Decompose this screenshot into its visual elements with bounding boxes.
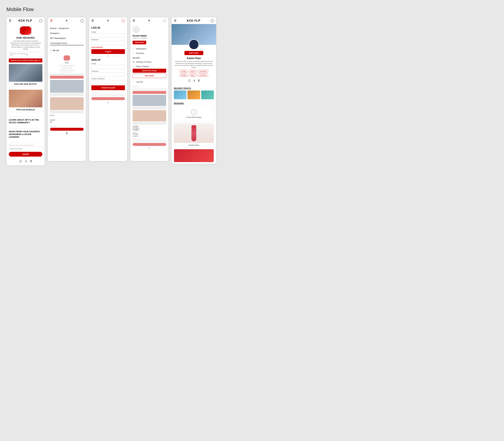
menu-user-icon[interactable]: ◯: [80, 19, 84, 22]
newsletter-label: SIGN UP FOR OUR NEWSLETTER: [9, 145, 42, 146]
menu-divider: [50, 47, 84, 47]
profile-page-user-icon[interactable]: ◯: [211, 19, 214, 22]
profile-caption: Caption or Headline: [133, 37, 166, 39]
settings-item[interactable]: ⚙ Settings & Privacy: [133, 60, 166, 64]
tag-surrealism-1[interactable]: Surrealism: [198, 70, 208, 73]
create-account-button[interactable]: Create Account: [91, 85, 125, 90]
phone-main: ☰ KCK FLP ◯ SUB HEADING Lorem ipsum dolo…: [6, 17, 45, 166]
forgot-password-link[interactable]: Forgot password?: [91, 46, 125, 48]
post-thumb-2[interactable]: [187, 91, 200, 99]
twitter-icon[interactable]: 𝕏: [25, 160, 27, 163]
profile-page-hamburger-icon[interactable]: ☰: [174, 19, 177, 22]
logout-icon: ←: [133, 80, 135, 83]
tag-surrealism-2[interactable]: Surrealism: [198, 74, 208, 77]
signup-email-input[interactable]: [91, 65, 125, 69]
login-title: LOG IN: [91, 26, 125, 29]
login-user-icon[interactable]: ◯: [122, 19, 125, 22]
login-hamburger-icon[interactable]: ☰: [91, 19, 94, 22]
logout-item[interactable]: ← Log Out: [133, 79, 166, 84]
menu-item-nft[interactable]: NFT Marketplace: [50, 36, 84, 41]
upload-design-button[interactable]: Upload New Design: [133, 69, 166, 73]
search-icon: 🔍: [26, 53, 41, 56]
notifications-item[interactable]: ♡ Notifications: [133, 47, 166, 51]
favorites-item[interactable]: ♡ Favorites: [133, 51, 166, 56]
search-placeholder: What are you looking for?: [10, 53, 26, 56]
flows-container: ☰ KCK FLP ◯ SUB HEADING Lorem ipsum dolo…: [6, 17, 498, 166]
menu-hamburger-icon[interactable]: ☰: [50, 19, 53, 22]
signup-password-input[interactable]: [91, 73, 125, 77]
hot-sales-button[interactable]: Checkout this month's hottest sales! ★: [9, 59, 42, 63]
profile-screen-name: Screen Name: [133, 34, 166, 37]
favorites-label: Favorites: [136, 52, 144, 54]
behance-icon[interactable]: B: [30, 160, 32, 163]
phone3-instagram-icon[interactable]: ⓘ: [107, 101, 109, 104]
tag-vintage-2[interactable]: Vintage: [179, 74, 188, 77]
design-card-2-footer: Design Name: [174, 143, 214, 147]
menu-close-icon[interactable]: ✕: [65, 19, 68, 22]
account-section: Account ⚙ Settings & Privacy ♡ Help & Su…: [133, 57, 166, 69]
tag-ukiyo-1[interactable]: ukiyo-e: [189, 70, 197, 73]
tags-row-1: Vintage ukiyo-e Surrealism: [179, 70, 208, 73]
menu-item-designers[interactable]: Designers: [50, 31, 84, 36]
signup-password-label: Password: [91, 70, 125, 72]
tag-ukiyo-2[interactable]: ukiyo-e: [189, 74, 197, 77]
confirm-password-label: Confirm Password: [91, 78, 125, 79]
phone2-behance-icon[interactable]: B: [66, 132, 68, 135]
create-btn-label: Create Account: [101, 87, 115, 89]
profile-twitter-icon[interactable]: 𝕏: [193, 79, 195, 83]
star-icon: ★: [39, 60, 41, 61]
help-item[interactable]: ♡ Help & Support: [133, 64, 166, 69]
tag-vintage-1[interactable]: Vintage: [179, 70, 188, 73]
confirm-password-input[interactable]: [91, 80, 125, 84]
profile-instagram-icon[interactable]: ⓘ: [188, 79, 191, 83]
edit-profile-button[interactable]: Edit Profile: [184, 51, 203, 55]
hero-logo-image: [19, 26, 32, 35]
login-button[interactable]: Log In: [91, 49, 125, 54]
profile-nav-logo: KCK FLP: [187, 19, 200, 22]
menu-item-community[interactable]: Community Forum: [50, 41, 84, 45]
profile-avatar-icon: ◯: [134, 28, 138, 32]
menu-cart[interactable]: ♲ My cart: [50, 48, 84, 53]
login-close-icon[interactable]: ✕: [107, 19, 109, 22]
profile-nav-user-icon[interactable]: ◯: [163, 19, 166, 22]
hamburger-icon[interactable]: ☰: [9, 19, 11, 22]
phone4-instagram-icon[interactable]: ⓘ: [148, 147, 150, 150]
post-thumb-3[interactable]: [201, 91, 214, 99]
password-input-login[interactable]: [91, 41, 125, 45]
notifications-label: Notifications: [136, 48, 146, 50]
or-divider: or: [91, 55, 125, 57]
view-profile-button[interactable]: View Profile: [133, 41, 146, 44]
design-name-label: Design Name: [175, 144, 212, 146]
skateboard-image: [9, 64, 42, 82]
plus-icon[interactable]: +: [191, 109, 197, 115]
menu-item-boards[interactable]: Boards + Equipment: [50, 26, 84, 31]
password-label: Password: [91, 39, 125, 41]
profile-behance-icon[interactable]: B: [198, 79, 200, 83]
submit-button[interactable]: Submit: [9, 152, 42, 157]
profile-hamburger-icon[interactable]: ☰: [133, 19, 135, 22]
search-bar[interactable]: What are you looking for? 🔍: [9, 52, 42, 57]
user-icon[interactable]: ◯: [39, 19, 42, 22]
design-card-2[interactable]: Design Name: [174, 124, 214, 147]
post-thumb-1[interactable]: [174, 91, 187, 99]
nft-heading: LEARN ABOUT NFT'S IN THE SKATE COMMUNITY: [9, 119, 42, 124]
hero-section: SUB HEADING Lorem ipsum dolor sit amet, …: [7, 24, 45, 64]
tags-row-2: Vintage ukiyo-e Surrealism: [179, 74, 208, 77]
submit-label: Submit: [22, 153, 29, 155]
email-input[interactable]: [9, 147, 42, 151]
email-input-login[interactable]: [91, 33, 125, 37]
profile-page-nav: ☰ KCK FLP ◯: [172, 17, 216, 24]
signup-email-label: E-Mail: [91, 63, 125, 64]
bell-icon: ♡: [133, 47, 135, 50]
phone2-footer: SIGN UP F... B: [48, 126, 86, 136]
nav-logo: KCK FLP: [18, 19, 32, 22]
instagram-icon[interactable]: ⓘ: [19, 160, 22, 163]
create-design-card[interactable]: + Create New Design: [174, 106, 214, 122]
design-card-3-image: [174, 149, 214, 162]
view-profile-outline-button[interactable]: View Profile: [133, 74, 166, 78]
profile-social: ⓘ 𝕏 B: [188, 78, 200, 84]
profile-close-icon[interactable]: ✕: [148, 19, 150, 22]
design-card-3[interactable]: [174, 149, 214, 162]
profile-bio: Lorem ipsum dolor sit amet, consectetur …: [174, 60, 214, 68]
phone-profile-page: ☰ KCK FLP ◯ Edit Profile Kaylee Raye Lor…: [171, 17, 216, 164]
